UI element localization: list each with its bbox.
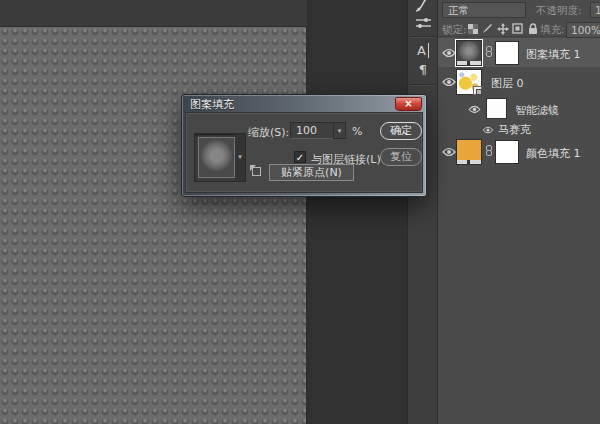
scale-label: 缩放(S): xyxy=(248,125,289,140)
reset-button[interactable]: 复位 xyxy=(380,148,422,166)
pattern-fill-thumbnail[interactable] xyxy=(456,40,482,66)
character-panel-icon[interactable]: A xyxy=(408,43,438,59)
color-fill-thumbnail[interactable] xyxy=(456,139,482,165)
lock-row: 锁定: 填充: 100% xyxy=(438,21,600,37)
lock-label: 锁定: xyxy=(442,23,467,37)
photoshop-window: A ¶ 正常 不透明度: 100% ▾ 锁定: xyxy=(0,0,600,424)
mosaic-filter-label[interactable]: 马赛克 xyxy=(498,122,531,137)
smart-object-badge-icon xyxy=(473,86,482,95)
percent-sign: % xyxy=(352,125,362,138)
dialog-title: 图案填充 xyxy=(190,97,234,112)
lock-position-icon[interactable] xyxy=(496,22,509,35)
fill-thumb-slider xyxy=(457,160,481,164)
dialog-body: 缩放(S): 100 ▾ % ▾ 确定 复位 ✓ 与图层链接(L) 贴紧原点(N… xyxy=(185,112,423,193)
smart-filters-label[interactable]: 智能滤镜 xyxy=(515,103,559,118)
layer-name[interactable]: 图层 0 xyxy=(491,76,524,91)
sliders-icon[interactable] xyxy=(408,16,438,32)
pattern-picker[interactable]: ▾ xyxy=(194,133,246,182)
lock-artboard-icon[interactable] xyxy=(511,22,524,35)
layer-name[interactable]: 图案填充 1 xyxy=(526,47,581,62)
workspace-background xyxy=(307,0,407,424)
layer-row-color-fill[interactable]: 颜色填充 1 xyxy=(438,137,600,166)
eye-icon[interactable] xyxy=(468,104,482,114)
link-mask-icon xyxy=(486,145,493,158)
layer-row-layer0[interactable]: 图层 0 xyxy=(438,68,600,96)
link-mask-icon xyxy=(486,46,493,59)
scale-input[interactable]: 100 xyxy=(290,122,334,139)
snap-to-origin-button[interactable]: 贴紧原点(N) xyxy=(269,164,354,181)
lock-transparency-icon[interactable] xyxy=(466,22,479,35)
panel-dock: A ¶ xyxy=(407,0,437,424)
eye-icon[interactable] xyxy=(442,147,456,157)
dock-divider xyxy=(410,36,436,38)
paragraph-panel-icon[interactable]: ¶ xyxy=(408,62,438,78)
ok-button[interactable]: 确定 xyxy=(380,122,422,140)
smart-object-thumbnail[interactable] xyxy=(456,69,482,95)
fill-label: 填充: xyxy=(540,23,565,37)
layer-mask-thumbnail[interactable] xyxy=(495,140,519,164)
blend-mode-row: 正常 不透明度: 100% ▾ xyxy=(438,2,600,19)
eye-icon[interactable] xyxy=(442,48,456,58)
close-icon[interactable]: × xyxy=(395,97,422,111)
pattern-preview-thumbnail[interactable] xyxy=(198,137,235,178)
snap-origin-icon xyxy=(252,167,261,176)
curves-adjustment-icon[interactable] xyxy=(408,0,438,13)
lock-paint-icon[interactable] xyxy=(481,22,494,35)
opacity-value[interactable]: 100% ▾ xyxy=(590,2,600,18)
eye-icon[interactable] xyxy=(482,124,496,134)
pattern-fill-dialog: 图案填充 × 缩放(S): 100 ▾ % ▾ 确定 复位 ✓ 与图层链接(L)… xyxy=(181,94,427,197)
layers-panel: 正常 不透明度: 100% ▾ 锁定: xyxy=(437,0,600,424)
layer-row-pattern-fill[interactable]: 图案填充 1 xyxy=(438,38,600,67)
opacity-label: 不透明度: xyxy=(536,4,582,18)
layer-name[interactable]: 颜色填充 1 xyxy=(526,146,581,161)
document-canvas[interactable] xyxy=(0,26,307,424)
scale-dropdown-icon[interactable]: ▾ xyxy=(333,122,346,139)
eye-icon[interactable] xyxy=(442,77,456,87)
smart-filter-thumbnail[interactable] xyxy=(486,98,507,119)
dock-divider xyxy=(410,84,436,86)
mosaic-filter-row[interactable]: 马赛克 xyxy=(438,121,600,135)
layer-mask-thumbnail[interactable] xyxy=(495,41,519,65)
smart-filters-row[interactable]: 智能滤镜 xyxy=(438,97,600,121)
link-with-layer-checkbox[interactable]: ✓ xyxy=(294,151,306,163)
blend-mode-select[interactable]: 正常 xyxy=(442,2,526,18)
pattern-dropdown-icon[interactable]: ▾ xyxy=(235,134,245,181)
lock-all-icon[interactable] xyxy=(526,22,539,35)
fill-value[interactable]: 100% xyxy=(566,22,600,38)
fill-thumb-slider xyxy=(457,61,481,65)
